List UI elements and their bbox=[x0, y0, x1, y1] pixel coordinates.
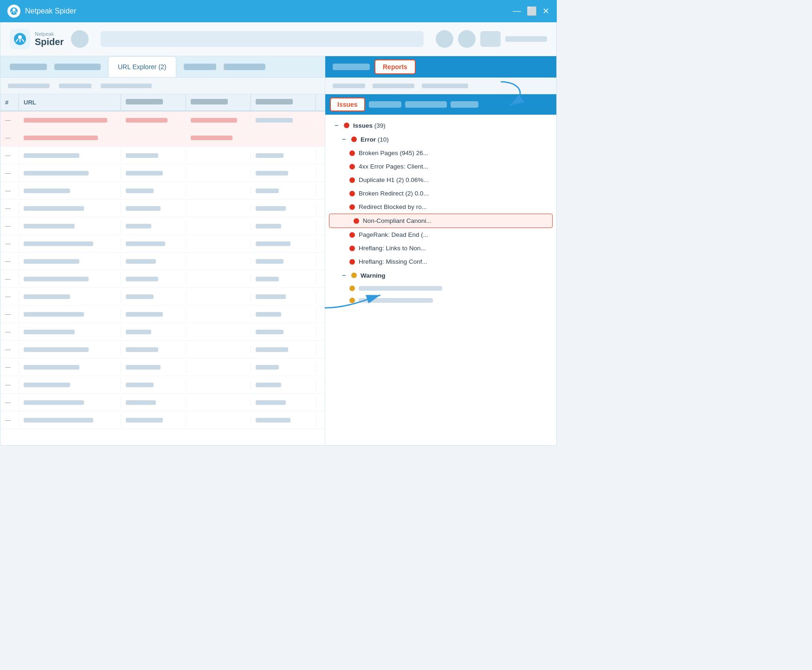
tree-warning-item-2[interactable] bbox=[325, 294, 556, 306]
svg-point-1 bbox=[13, 8, 15, 11]
item-dot bbox=[349, 150, 355, 156]
cell-col5 bbox=[251, 114, 316, 126]
table-row[interactable]: — bbox=[0, 323, 325, 341]
tab-placeholder-3[interactable] bbox=[184, 64, 216, 70]
tree-warning-item-1[interactable] bbox=[325, 282, 556, 294]
table-row[interactable]: — bbox=[0, 217, 325, 235]
brand-text: Netpeak Spider bbox=[35, 31, 64, 47]
issues-root-label: Issues (39) bbox=[353, 122, 549, 129]
issues-tab-ph2[interactable] bbox=[405, 101, 447, 108]
error-group-dot bbox=[351, 137, 357, 142]
cell-col3 bbox=[121, 134, 186, 142]
error-group-label: Error (10) bbox=[361, 136, 549, 143]
item-label: Redirect Blocked by ro... bbox=[359, 203, 549, 210]
item-label: Broken Pages (945) 26... bbox=[359, 150, 549, 156]
table-row[interactable]: — bbox=[0, 288, 325, 306]
table-container: # URL — bbox=[0, 94, 325, 445]
app-logo bbox=[7, 5, 20, 18]
warning-group-dot bbox=[351, 273, 357, 278]
right-panel: Reports Issues − bbox=[325, 56, 556, 445]
issues-tab-bar: Issues bbox=[325, 94, 556, 115]
table-row[interactable]: — bbox=[0, 129, 325, 147]
tab-reports[interactable]: Reports bbox=[374, 59, 416, 74]
warning-group-label: Warning bbox=[361, 272, 549, 279]
cell-url bbox=[19, 132, 121, 144]
tab-placeholder-1[interactable] bbox=[10, 64, 47, 70]
tree-item-4xx[interactable]: 4xx Error Pages: Client... bbox=[325, 160, 556, 173]
tree-warning-group[interactable]: − Warning bbox=[325, 268, 556, 282]
maximize-button[interactable]: ⬜ bbox=[527, 6, 537, 16]
tab-placeholder-2[interactable] bbox=[54, 64, 101, 70]
item-dot bbox=[354, 218, 359, 224]
header-url-bar[interactable] bbox=[101, 31, 424, 47]
title-bar: Netpeak Spider — ⬜ ✕ bbox=[0, 0, 557, 22]
cell-num: — bbox=[0, 131, 19, 145]
tree-item-hreflang-links[interactable]: Hreflang: Links to Non... bbox=[325, 241, 556, 255]
warning-bar-1 bbox=[359, 286, 442, 291]
table-row[interactable]: — bbox=[0, 111, 325, 129]
tree-item-pagerank[interactable]: PageRank: Dead End (... bbox=[325, 228, 556, 241]
table-row[interactable]: — bbox=[0, 253, 325, 270]
brand-netpeak: Netpeak bbox=[35, 31, 64, 37]
tree-item-broken-redirect[interactable]: Broken Redirect (2) 0.0... bbox=[325, 187, 556, 200]
item-dot bbox=[349, 204, 355, 210]
table-row[interactable]: — bbox=[0, 147, 325, 164]
table-row[interactable]: — bbox=[0, 182, 325, 200]
tab-url-explorer[interactable]: URL Explorer (2) bbox=[108, 56, 176, 77]
item-dot bbox=[349, 286, 355, 291]
header-text-placeholder bbox=[505, 36, 547, 42]
tree-toggle-root[interactable]: − bbox=[333, 122, 340, 129]
issues-root-dot bbox=[344, 123, 349, 128]
right-tab-placeholder-1[interactable] bbox=[333, 64, 370, 70]
header-action-btn1 bbox=[436, 30, 453, 48]
item-dot bbox=[349, 298, 355, 303]
app-title: Netpeak Spider bbox=[25, 7, 76, 15]
table-row[interactable]: — bbox=[0, 411, 325, 429]
item-dot bbox=[349, 246, 355, 251]
brand-icon bbox=[10, 29, 30, 49]
subheader-item2 bbox=[59, 84, 91, 88]
tree-item-non-compliant[interactable]: Non-Compliant Canoni... bbox=[329, 214, 553, 228]
tree-toggle-error[interactable]: − bbox=[340, 136, 348, 143]
tab-issues[interactable]: Issues bbox=[330, 98, 365, 111]
table-row[interactable]: — bbox=[0, 376, 325, 394]
table-row[interactable]: — bbox=[0, 164, 325, 182]
right-top-tabs: Reports bbox=[325, 56, 556, 78]
col-number: # bbox=[0, 94, 19, 111]
cell-url bbox=[19, 114, 121, 126]
tab-placeholder-4[interactable] bbox=[224, 64, 265, 70]
cell-col5 bbox=[251, 134, 316, 142]
item-label: Hreflang: Links to Non... bbox=[359, 245, 549, 252]
cell-col3 bbox=[121, 114, 186, 126]
svg-point-6 bbox=[18, 35, 22, 39]
item-label: PageRank: Dead End (... bbox=[359, 231, 549, 238]
item-label: Broken Redirect (2) 0.0... bbox=[359, 190, 549, 197]
close-button[interactable]: ✕ bbox=[542, 6, 549, 16]
tree-item-hreflang-missing[interactable]: Hreflang: Missing Conf... bbox=[325, 255, 556, 268]
issues-tab-ph1[interactable] bbox=[369, 101, 401, 108]
table-row[interactable]: — bbox=[0, 270, 325, 288]
item-label: Duplicate H1 (2) 0.06%... bbox=[359, 176, 549, 183]
item-label: Hreflang: Missing Conf... bbox=[359, 258, 549, 265]
item-dot bbox=[349, 191, 355, 196]
brand-spider: Spider bbox=[35, 37, 64, 47]
table-row[interactable]: — bbox=[0, 306, 325, 323]
tree-toggle-warning[interactable]: − bbox=[340, 272, 348, 279]
col-4 bbox=[186, 94, 251, 111]
tree-root-issues[interactable]: − Issues (39) bbox=[325, 118, 556, 132]
item-dot bbox=[349, 232, 355, 238]
tree-item-redirect-blocked[interactable]: Redirect Blocked by ro... bbox=[325, 200, 556, 214]
subheader-item1 bbox=[8, 84, 50, 88]
right-subheader bbox=[325, 78, 556, 94]
table-row[interactable]: — bbox=[0, 394, 325, 411]
minimize-button[interactable]: — bbox=[513, 6, 521, 16]
tree-item-dup-h1[interactable]: Duplicate H1 (2) 0.06%... bbox=[325, 173, 556, 187]
issues-tab-ph3[interactable] bbox=[451, 101, 478, 108]
tree-item-broken-pages[interactable]: Broken Pages (945) 26... bbox=[325, 146, 556, 160]
table-row[interactable]: — bbox=[0, 358, 325, 376]
tree-error-group[interactable]: − Error (10) bbox=[325, 132, 556, 146]
table-row[interactable]: — bbox=[0, 235, 325, 253]
table-row[interactable]: — bbox=[0, 341, 325, 358]
right-sub-item2 bbox=[373, 84, 414, 88]
table-row[interactable]: — bbox=[0, 200, 325, 217]
